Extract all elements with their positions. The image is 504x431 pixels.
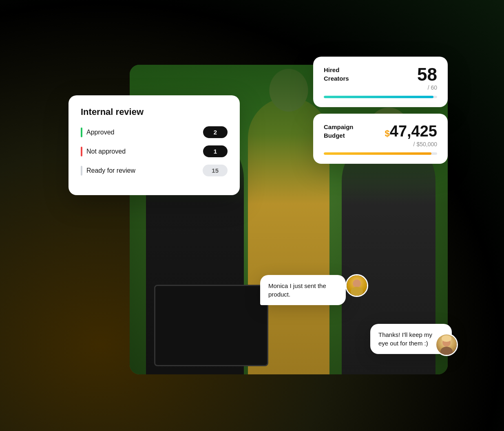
campaign-budget-card: Campaign Budget $47,425 / $50,000 bbox=[313, 114, 448, 164]
approved-indicator bbox=[81, 128, 82, 137]
hired-label-line1: Hired bbox=[324, 66, 349, 74]
hired-stat-row: Hired Creators 58 / 60 bbox=[324, 66, 437, 91]
approved-row: Approved 2 bbox=[81, 126, 228, 138]
internal-review-card: Internal review Approved 2 Not approved … bbox=[69, 95, 240, 195]
budget-currency-symbol: $ bbox=[385, 128, 390, 139]
svg-point-3 bbox=[440, 347, 453, 355]
avatar-blonde-svg bbox=[436, 334, 457, 355]
ready-review-badge: 15 bbox=[203, 165, 228, 176]
hired-sub: / 60 bbox=[417, 84, 437, 91]
hired-progress-fill bbox=[324, 96, 433, 98]
hired-creators-card: Hired Creators 58 / 60 bbox=[313, 57, 448, 107]
chat-bubble-sent: Monica I just sent the product. bbox=[260, 275, 346, 305]
main-scene: Internal review Approved 2 Not approved … bbox=[69, 32, 435, 399]
svg-point-0 bbox=[353, 279, 361, 288]
not-approved-indicator bbox=[81, 147, 82, 156]
not-approved-badge: 1 bbox=[203, 145, 228, 157]
budget-label-block: Campaign Budget bbox=[324, 123, 354, 140]
approved-row-left: Approved bbox=[81, 128, 115, 137]
hired-label-block: Hired Creators bbox=[324, 66, 349, 83]
budget-number-row: $47,425 bbox=[385, 123, 437, 140]
chat-message-1: Monica I just sent the product. bbox=[268, 282, 326, 298]
avatar-monica bbox=[345, 274, 368, 297]
monitor bbox=[154, 285, 268, 366]
approved-badge: 2 bbox=[203, 126, 228, 138]
ready-review-row: Ready for review 15 bbox=[81, 165, 228, 176]
budget-progress-bar bbox=[324, 152, 437, 155]
not-approved-label: Not approved bbox=[86, 148, 126, 155]
not-approved-row-left: Not approved bbox=[81, 147, 126, 156]
ready-review-label: Ready for review bbox=[86, 167, 135, 174]
internal-review-title: Internal review bbox=[81, 107, 228, 117]
budget-stat-row: Campaign Budget $47,425 / $50,000 bbox=[324, 123, 437, 147]
hired-value: 58 bbox=[417, 66, 437, 84]
avatar-blonde-image bbox=[436, 334, 457, 355]
ready-review-row-left: Ready for review bbox=[81, 166, 135, 176]
budget-progress-fill bbox=[324, 152, 431, 155]
budget-value-block: $47,425 / $50,000 bbox=[385, 123, 437, 147]
avatar-monica-image bbox=[347, 275, 367, 296]
hired-progress-bar bbox=[324, 96, 437, 98]
hired-label-line2: Creators bbox=[324, 74, 349, 83]
svg-point-1 bbox=[351, 287, 363, 296]
avatar-monica-svg bbox=[347, 275, 367, 296]
budget-label-line2: Budget bbox=[324, 131, 354, 140]
chat-message-2: Thanks! I'll keep my eye out for them :) bbox=[378, 331, 432, 347]
budget-label-line1: Campaign bbox=[324, 123, 354, 131]
not-approved-row: Not approved 1 bbox=[81, 145, 228, 157]
approved-label: Approved bbox=[86, 129, 115, 136]
budget-value: 47,425 bbox=[390, 123, 437, 140]
hired-value-block: 58 / 60 bbox=[417, 66, 437, 91]
svg-point-4 bbox=[442, 335, 451, 342]
budget-sub: / $50,000 bbox=[385, 141, 437, 147]
avatar-blonde bbox=[435, 333, 458, 356]
ready-review-indicator bbox=[81, 166, 82, 176]
